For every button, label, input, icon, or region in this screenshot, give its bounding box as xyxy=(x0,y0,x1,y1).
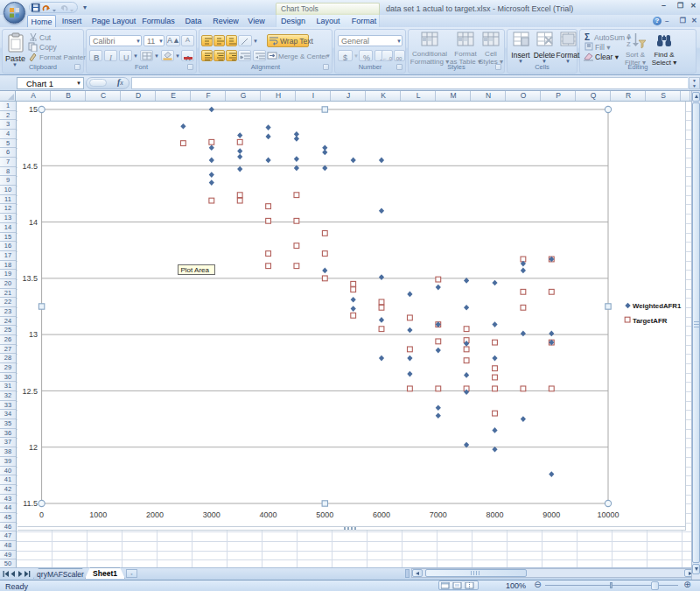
svg-text:13.5: 13.5 xyxy=(22,274,38,283)
svg-text:11.5: 11.5 xyxy=(23,499,38,508)
svg-text:7000: 7000 xyxy=(430,510,447,519)
svg-text:14.5: 14.5 xyxy=(22,162,38,171)
svg-text:10000: 10000 xyxy=(597,510,619,519)
svg-text:4000: 4000 xyxy=(260,510,277,519)
svg-text:13: 13 xyxy=(29,330,38,339)
svg-text:1000: 1000 xyxy=(89,510,107,519)
svg-text:12: 12 xyxy=(29,443,38,452)
svg-text:2000: 2000 xyxy=(146,510,164,519)
svg-text:12.5: 12.5 xyxy=(22,387,38,396)
svg-text:WeightedAFR1: WeightedAFR1 xyxy=(633,302,682,310)
svg-text:5000: 5000 xyxy=(316,510,333,519)
svg-text:3000: 3000 xyxy=(203,510,220,519)
svg-text:6000: 6000 xyxy=(373,510,390,519)
svg-text:8000: 8000 xyxy=(486,510,503,519)
svg-text:15: 15 xyxy=(29,105,38,114)
svg-text:TargetAFR: TargetAFR xyxy=(633,317,668,325)
svg-text:Plot Area: Plot Area xyxy=(181,266,210,274)
svg-text:0: 0 xyxy=(39,510,44,519)
svg-text:14: 14 xyxy=(29,218,38,227)
svg-text:9000: 9000 xyxy=(542,510,560,519)
